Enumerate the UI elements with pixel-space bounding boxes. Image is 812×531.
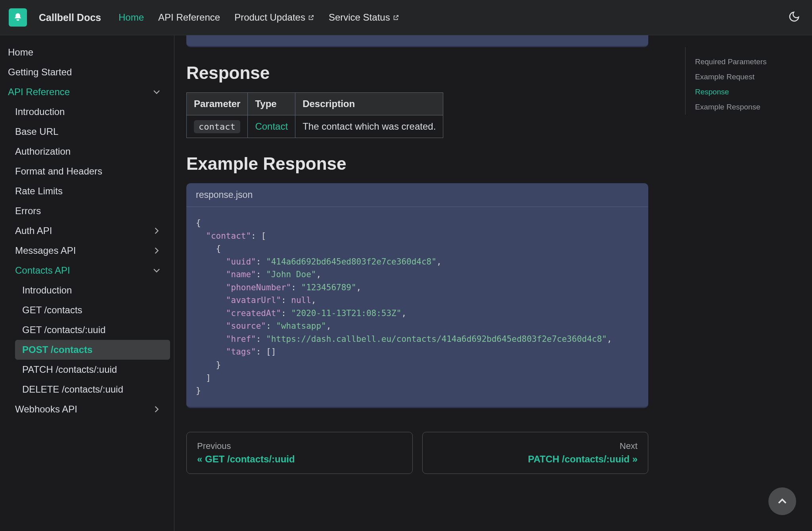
toc-required-params[interactable]: Required Parameters bbox=[695, 54, 812, 69]
sidebar-item-get-contacts-uuid[interactable]: GET /contacts/:uuid bbox=[0, 320, 170, 340]
th-type: Type bbox=[248, 93, 295, 115]
chevron-up-icon bbox=[775, 494, 789, 508]
code-block-bottom-edge bbox=[186, 35, 648, 47]
sidebar-item-webhooks-api[interactable]: Webhooks API bbox=[0, 399, 170, 419]
table-row: contact Contact The contact which was cr… bbox=[187, 115, 443, 138]
chevron-right-icon bbox=[151, 404, 162, 415]
sidebar-item-format-headers[interactable]: Format and Headers bbox=[0, 161, 170, 181]
sidebar-item-getting-started[interactable]: Getting Started bbox=[0, 62, 170, 82]
table-of-contents: Required Parameters Example Request Resp… bbox=[685, 47, 812, 115]
sidebar-item-contacts-api[interactable]: Contacts API bbox=[0, 261, 170, 280]
heading-response: Response bbox=[186, 63, 648, 83]
code-filename: response.json bbox=[186, 183, 648, 207]
sidebar-item-post-contacts[interactable]: POST /contacts bbox=[15, 340, 170, 360]
sidebar-item-authorization[interactable]: Authorization bbox=[0, 142, 170, 161]
sidebar-item-introduction[interactable]: Introduction bbox=[0, 102, 170, 122]
external-link-icon bbox=[308, 14, 314, 21]
main-content: Response Parameter Type Description cont… bbox=[174, 35, 685, 531]
next-title: PATCH /contacts/:uuid » bbox=[433, 454, 638, 465]
td-description: The contact which was created. bbox=[295, 115, 443, 138]
sidebar-item-messages-api[interactable]: Messages API bbox=[0, 241, 170, 261]
nav-service-status[interactable]: Service Status bbox=[329, 12, 399, 23]
topbar: Callbell Docs Home API Reference Product… bbox=[0, 0, 812, 35]
sidebar-label: Auth API bbox=[15, 225, 52, 236]
sidebar-label: Webhooks API bbox=[15, 404, 77, 415]
sidebar-label: Messages API bbox=[15, 245, 76, 256]
sidebar-item-delete-contacts-uuid[interactable]: DELETE /contacts/:uuid bbox=[0, 380, 170, 399]
sidebar-item-auth-api[interactable]: Auth API bbox=[0, 221, 170, 241]
page-navigation: Previous « GET /contacts/:uuid Next PATC… bbox=[186, 432, 648, 474]
topbar-left: Callbell Docs Home API Reference Product… bbox=[9, 8, 399, 27]
code-body: { "contact": [ { "uuid": "414a6d692bd645… bbox=[186, 207, 648, 407]
chevron-right-icon bbox=[151, 225, 162, 236]
brand-name: Callbell Docs bbox=[39, 12, 101, 23]
sidebar-item-home[interactable]: Home bbox=[0, 42, 170, 62]
toc-response[interactable]: Response bbox=[695, 84, 812, 100]
chevron-down-icon bbox=[151, 265, 162, 276]
nav-service-status-label: Service Status bbox=[329, 12, 390, 23]
layout: Home Getting Started API Reference Intro… bbox=[0, 35, 812, 531]
nav-api-reference[interactable]: API Reference bbox=[158, 12, 220, 23]
sidebar-label: API Reference bbox=[8, 86, 70, 98]
sidebar-label: Contacts API bbox=[15, 265, 70, 276]
code-block: response.json { "contact": [ { "uuid": "… bbox=[186, 183, 648, 408]
chevron-right-icon bbox=[151, 245, 162, 256]
bell-icon bbox=[12, 12, 23, 23]
sidebar-item-patch-contacts-uuid[interactable]: PATCH /contacts/:uuid bbox=[0, 360, 170, 380]
toc-example-response[interactable]: Example Response bbox=[695, 100, 812, 115]
sidebar-item-base-url[interactable]: Base URL bbox=[0, 122, 170, 142]
toc-example-request[interactable]: Example Request bbox=[695, 69, 812, 84]
logo[interactable] bbox=[9, 8, 27, 27]
external-link-icon bbox=[393, 14, 399, 21]
scroll-to-top-button[interactable] bbox=[768, 487, 796, 515]
sidebar-item-contacts-intro[interactable]: Introduction bbox=[0, 280, 170, 300]
nav-product-updates-label: Product Updates bbox=[234, 12, 305, 23]
next-page-button[interactable]: Next PATCH /contacts/:uuid » bbox=[422, 432, 649, 474]
sidebar-item-get-contacts[interactable]: GET /contacts bbox=[0, 300, 170, 320]
sidebar-item-api-reference[interactable]: API Reference bbox=[0, 82, 170, 102]
prev-title: « GET /contacts/:uuid bbox=[197, 454, 402, 465]
heading-example-response: Example Response bbox=[186, 154, 648, 174]
theme-toggle[interactable] bbox=[785, 8, 803, 28]
sidebar-item-rate-limits[interactable]: Rate Limits bbox=[0, 181, 170, 201]
nav-product-updates[interactable]: Product Updates bbox=[234, 12, 314, 23]
chevron-down-icon bbox=[151, 86, 162, 98]
sidebar: Home Getting Started API Reference Intro… bbox=[0, 35, 174, 531]
prev-label: Previous bbox=[197, 441, 402, 451]
th-parameter: Parameter bbox=[187, 93, 248, 115]
nav-home[interactable]: Home bbox=[119, 12, 144, 23]
nav-links: Home API Reference Product Updates Servi… bbox=[119, 12, 399, 23]
moon-icon bbox=[788, 11, 800, 23]
next-label: Next bbox=[433, 441, 638, 451]
th-description: Description bbox=[295, 93, 443, 115]
type-link[interactable]: Contact bbox=[255, 121, 288, 132]
param-code: contact bbox=[194, 120, 240, 133]
response-table: Parameter Type Description contact Conta… bbox=[186, 92, 443, 138]
sidebar-item-errors[interactable]: Errors bbox=[0, 201, 170, 221]
prev-page-button[interactable]: Previous « GET /contacts/:uuid bbox=[186, 432, 413, 474]
